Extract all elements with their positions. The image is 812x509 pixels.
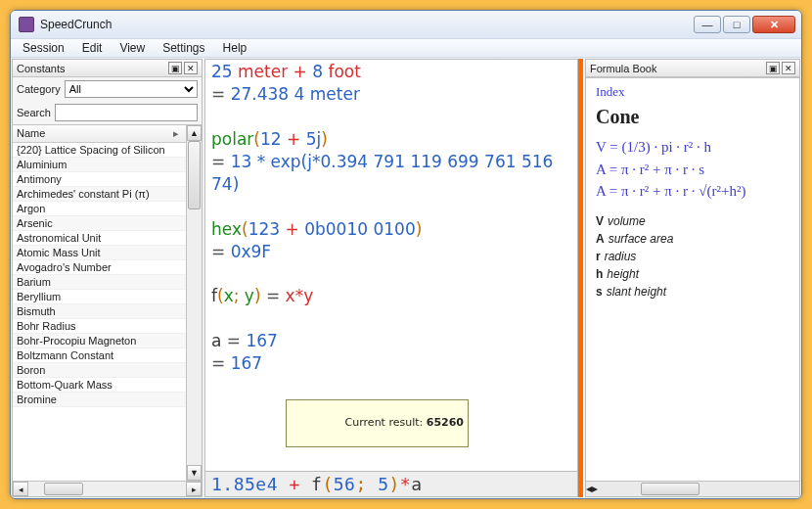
list-item[interactable]: Bohr Radius [13,319,186,334]
scrollbar-horizontal[interactable]: ◂ ▸ [586,481,799,496]
formula-content[interactable]: Index Cone V = (1/3) · pi · r² · h A = π… [586,77,799,481]
list-item[interactable]: Bottom-Quark Mass [13,378,186,393]
scroll-thumb[interactable] [188,141,201,209]
history-view[interactable]: 25 meter + 8 foot = 27.438 4 meter polar… [204,59,578,471]
formula-block: V = (1/3) · pi · r² · h A = π · r² + π ·… [596,136,789,203]
breadcrumb-index[interactable]: Index [596,84,789,100]
list-item[interactable]: Boron [13,363,186,378]
constants-list[interactable]: Name ▸ {220} Lattice Spacing of SiliconA… [13,125,186,481]
formula-title-label: Formula Book [590,63,656,74]
hist-token: 25 [211,62,233,81]
list-item[interactable]: Antimony [13,172,186,187]
list-item[interactable]: Aluminium [13,158,186,172]
app-window: SpeedCrunch ― □ ✕ Session Edit View Sett… [10,10,802,499]
page-title: Cone [596,106,789,128]
list-item[interactable]: {220} Lattice Spacing of Silicon [13,143,186,158]
list-item[interactable]: Bismuth [13,304,186,319]
category-label: Category [17,83,61,95]
scroll-down-icon[interactable]: ▼ [187,465,202,481]
list-item[interactable]: Boltzmann Constant [13,348,186,363]
undock-icon[interactable]: ▣ [766,62,780,74]
constants-title: Constants ▣ ✕ [13,60,202,77]
category-select[interactable]: All [65,80,198,98]
list-item[interactable]: Arsenic [13,216,186,231]
menu-help[interactable]: Help [215,39,255,57]
undock-icon[interactable]: ▣ [168,62,182,74]
list-item[interactable]: Atomic Mass Unit [13,246,186,260]
list-item[interactable]: Astronomical Unit [13,231,186,246]
scrollbar-vertical[interactable]: ▲ ▼ [186,125,202,481]
constants-title-label: Constants [17,63,66,74]
list-item[interactable]: Avogadro's Number [13,260,186,275]
center-area: 25 meter + 8 foot = 27.438 4 meter polar… [204,59,583,497]
expression-input[interactable]: 1.85e4 + f(56; 5)*a [204,471,578,497]
edit-marker [578,59,583,497]
menu-view[interactable]: View [112,39,153,57]
scroll-left-icon[interactable]: ◂ [13,482,28,496]
menu-settings[interactable]: Settings [155,39,212,57]
scrollbar-horizontal[interactable]: ◂ ▸ [13,481,202,496]
menu-edit[interactable]: Edit [74,39,111,57]
formula-panel: Formula Book ▣ ✕ Index Cone V = (1/3) · … [585,59,800,497]
list-header[interactable]: Name ▸ [13,125,186,143]
scroll-thumb-h[interactable] [44,483,83,495]
list-item[interactable]: Argon [13,202,186,216]
list-item[interactable]: Archimedes' constant Pi (π) [13,187,186,202]
list-item[interactable]: Bromine [13,393,186,407]
legend: Vvolume Asurface area rradius hheight ss… [596,212,789,301]
scroll-thumb-h[interactable] [641,483,699,495]
minimize-button[interactable]: ― [694,16,721,33]
scroll-up-icon[interactable]: ▲ [187,125,202,141]
constants-panel: Constants ▣ ✕ Category All Search Name [12,59,203,497]
menubar: Session Edit View Settings Help [11,38,801,58]
titlebar[interactable]: SpeedCrunch ― □ ✕ [11,11,801,38]
close-button[interactable]: ✕ [752,16,795,33]
current-result-tip: Current result: 65260 [286,399,469,447]
formula-title: Formula Book ▣ ✕ [586,60,799,77]
list-item[interactable]: Barium [13,275,186,290]
window-title: SpeedCrunch [40,18,694,31]
sort-icon[interactable]: ▸ [170,127,182,140]
list-item[interactable]: Bohr-Procopiu Magneton [13,334,186,348]
scroll-right-icon[interactable]: ▸ [592,482,598,496]
app-icon [19,17,34,32]
client-area: Constants ▣ ✕ Category All Search Name [11,58,801,498]
list-header-name[interactable]: Name [17,127,170,140]
menu-session[interactable]: Session [15,39,72,57]
search-input[interactable] [55,104,198,121]
close-panel-icon[interactable]: ✕ [184,62,198,74]
maximize-button[interactable]: □ [723,16,750,33]
search-label: Search [17,107,51,118]
scroll-right-icon[interactable]: ▸ [186,482,202,496]
list-item[interactable]: Beryllium [13,290,186,304]
close-panel-icon[interactable]: ✕ [782,62,795,74]
